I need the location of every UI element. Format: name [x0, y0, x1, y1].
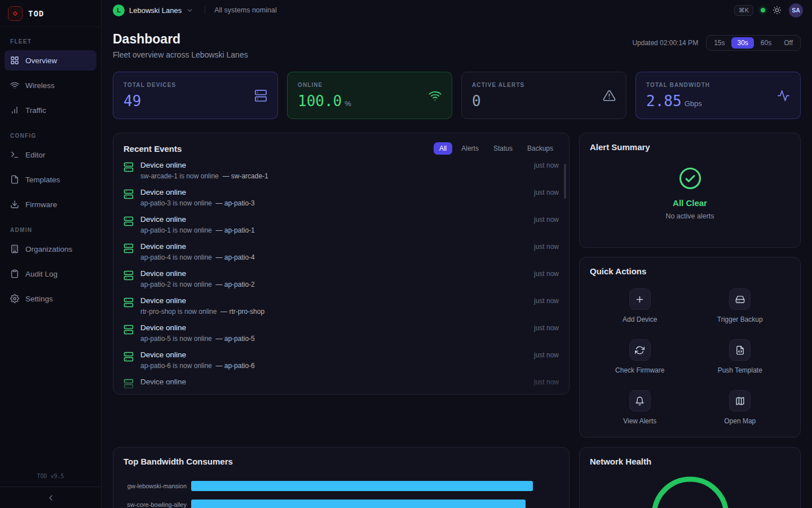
event-detail: ap-patio-4 is now online — ap-patio-4	[140, 253, 527, 262]
bandwidth-bar	[191, 500, 526, 508]
event-row[interactable]: Device onlineap-patio-1 is now online — …	[123, 214, 559, 242]
event-time: just now	[534, 189, 559, 196]
event-time: just now	[534, 351, 559, 359]
event-device: — ap-patio-4	[212, 253, 255, 261]
refresh-option-15s[interactable]: 15s	[708, 37, 730, 49]
sidebar-item-label: Traffic	[25, 106, 46, 115]
sidebar-item-templates[interactable]: Templates	[5, 169, 96, 190]
quick-action-add-device[interactable]: Add Device	[590, 288, 690, 323]
refresh-option-off[interactable]: Off	[778, 37, 798, 49]
network-health-card: Network Health 100	[579, 447, 801, 508]
health-gauge-ring	[648, 473, 732, 508]
plus-icon	[635, 295, 645, 304]
bandwidth-row: gw-lebowski-mansion	[123, 476, 559, 495]
event-detail: sw-arcade-1 is now online — sw-arcade-1	[140, 172, 527, 181]
event-time: just now	[534, 243, 559, 251]
quick-action-label: Add Device	[623, 316, 657, 323]
sidebar-item-wireless[interactable]: Wireless	[5, 75, 96, 95]
bandwidth-row: sw-core-bowling-alley	[123, 495, 559, 508]
sidebar-item-audit-log[interactable]: Audit Log	[5, 264, 96, 284]
nav-section-admin: ADMIN	[5, 219, 96, 239]
alert-detail: No active alerts	[665, 212, 714, 220]
event-detail: ap-patio-5 is now online — ap-patio-5	[140, 335, 527, 343]
check-circle-icon	[678, 167, 702, 190]
org-switcher[interactable]: L Lebowski Lanes	[111, 3, 196, 18]
event-time: just now	[534, 378, 559, 386]
quick-action-trigger-backup[interactable]: Trigger Backup	[690, 288, 791, 323]
tab-alerts[interactable]: Alerts	[456, 142, 484, 155]
events-list: Device onlinesw-arcade-1 is now online —…	[123, 160, 559, 395]
system-status-text: All systems nominal	[214, 6, 276, 14]
command-palette-shortcut[interactable]: ⌘K	[734, 5, 753, 16]
quick-action-view-alerts[interactable]: View Alerts	[590, 390, 690, 425]
event-row[interactable]: Device onlineap-patio-4 is now online — …	[123, 242, 559, 269]
event-row[interactable]: Device onlineap-patio-6 is now online — …	[123, 350, 559, 377]
quick-action-push-template[interactable]: Push Template	[690, 339, 791, 374]
refresh-option-60s[interactable]: 60s	[755, 37, 777, 49]
server-icon	[123, 297, 134, 308]
event-row[interactable]: Device onlineap-patio-2 is now online — …	[123, 269, 559, 296]
wifi-icon	[429, 89, 442, 102]
refresh-option-30s[interactable]: 30s	[731, 37, 753, 49]
stat-value: 49	[123, 93, 141, 110]
bandwidth-bar	[191, 481, 533, 491]
event-row[interactable]: Device onlineap-patio-3 is now online — …	[123, 187, 559, 214]
quick-action-label: Check Firmware	[615, 366, 664, 374]
bandwidth-device-label: gw-lebowski-mansion	[123, 483, 191, 489]
org-avatar: L	[113, 5, 125, 16]
bandwidth-device-label: sw-core-bowling-alley	[123, 501, 191, 508]
sidebar-item-label: Settings	[25, 295, 53, 303]
tab-backups[interactable]: Backups	[522, 142, 559, 155]
bandwidth-title: Top Bandwidth Consumers	[123, 457, 559, 466]
event-device: — ap-patio-2	[212, 281, 255, 288]
page-header: Dashboard Fleet overview across Lebowski…	[113, 30, 801, 59]
event-row[interactable]: Device onlinesw-arcade-1 is now online —…	[123, 160, 559, 187]
event-row[interactable]: Device onlinejust now	[123, 377, 559, 395]
event-title: Device online	[140, 377, 527, 387]
activity-icon	[777, 89, 790, 102]
sidebar-item-editor[interactable]: Editor	[5, 144, 96, 165]
sidebar-item-overview[interactable]: Overview	[5, 50, 96, 71]
quick-action-check-firmware[interactable]: Check Firmware	[590, 339, 690, 374]
sidebar-item-traffic[interactable]: Traffic	[5, 100, 96, 120]
sun-icon[interactable]	[773, 6, 782, 15]
event-time: just now	[534, 216, 559, 224]
user-avatar[interactable]: SA	[789, 3, 803, 17]
event-device: — ap-patio-3	[212, 199, 255, 207]
server-icon	[123, 189, 134, 199]
event-row[interactable]: Device onlinertr-pro-shop is now online …	[123, 296, 559, 323]
event-title: Device online	[140, 269, 527, 279]
server-icon	[123, 352, 134, 362]
event-device: — sw-arcade-1	[219, 172, 268, 180]
server-icon	[254, 89, 267, 102]
bar-chart-icon	[10, 106, 19, 115]
tab-all[interactable]: All	[434, 142, 452, 155]
stat-card-online: ONLINE100.0%	[287, 72, 452, 119]
sidebar-collapse-button[interactable]	[0, 487, 101, 508]
stat-value: 0	[472, 93, 481, 110]
download-icon	[10, 200, 19, 209]
quick-action-open-map[interactable]: Open Map	[690, 390, 791, 425]
content: Dashboard Fleet overview across Lebowski…	[102, 20, 812, 508]
stat-label: TOTAL DEVICES	[123, 82, 254, 88]
sidebar-item-organizations[interactable]: Organizations	[5, 239, 96, 259]
updated-timestamp: Updated 02:00:14 PM	[632, 39, 698, 47]
status-dot	[761, 8, 765, 12]
org-name: Lebowski Lanes	[129, 6, 182, 15]
sidebar-item-settings[interactable]: Settings	[5, 288, 96, 309]
right-column: Alert Summary All Clear No active alerts…	[579, 133, 801, 437]
gear-icon	[10, 294, 19, 303]
stats-row: TOTAL DEVICES49ONLINE100.0%ACTIVE ALERTS…	[113, 72, 801, 119]
main-area: L Lebowski Lanes All systems nominal ⌘K …	[102, 0, 812, 508]
sidebar-item-label: Organizations	[25, 245, 72, 253]
scrollbar-thumb[interactable]	[564, 164, 566, 199]
page-title: Dashboard	[113, 30, 248, 47]
sidebar-item-firmware[interactable]: Firmware	[5, 194, 96, 214]
nav-section-config: CONFIG	[5, 125, 96, 144]
event-time: just now	[534, 324, 559, 332]
tab-status[interactable]: Status	[488, 142, 518, 155]
events-filter-tabs: AllAlertsStatusBackups	[434, 142, 559, 155]
event-row[interactable]: Device onlineap-patio-5 is now online — …	[123, 323, 559, 350]
quick-action-label: Push Template	[718, 366, 762, 374]
chevron-left-icon	[46, 493, 55, 502]
